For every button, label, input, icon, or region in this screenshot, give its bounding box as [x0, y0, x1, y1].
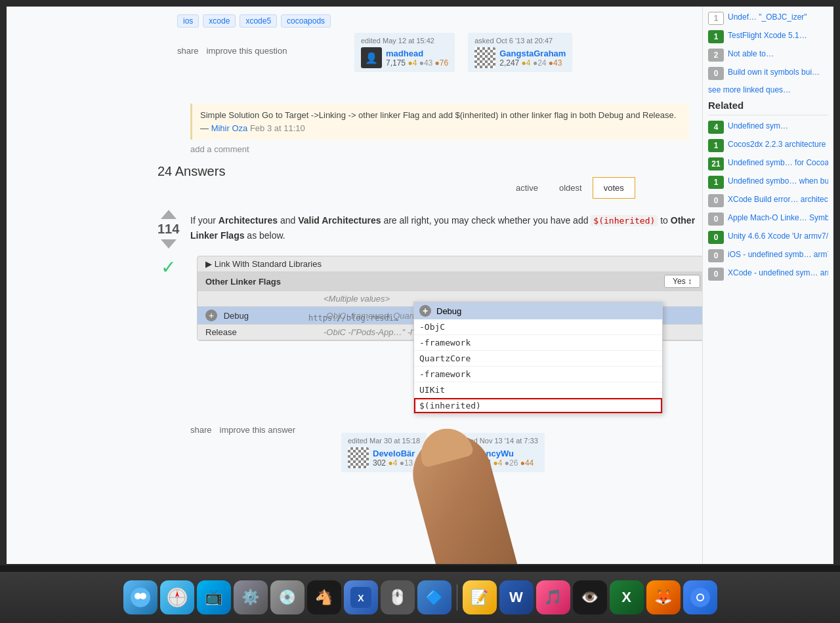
related-badge-9: 0	[708, 268, 724, 281]
flag-framework1[interactable]: -framework	[414, 335, 662, 351]
bronze-badge2: ●43	[549, 58, 562, 68]
edited-user-avatar: 👤	[361, 47, 382, 68]
dock-firefox[interactable]: 🦊	[646, 580, 681, 614]
related-item-6: 0 Apple Mach-O Linke… Symbols for archit…	[708, 212, 828, 226]
sort-oldest-tab[interactable]: oldest	[549, 177, 593, 199]
improve-question-link[interactable]: improve this question	[207, 46, 287, 56]
dock-mouse[interactable]: 🖱️	[381, 580, 415, 614]
comment-timestamp: Feb 3 at 11:10	[250, 123, 305, 133]
gold-badge2: ●4	[522, 58, 531, 68]
related-link-8[interactable]: iOS - undefined symb… arm7, arm64	[728, 249, 828, 260]
yes-stepper[interactable]: Yes ↕	[664, 275, 700, 288]
flag-inherited[interactable]: $(inherited)	[414, 398, 662, 413]
svg-point-2	[140, 593, 146, 599]
add-comment-link[interactable]: add a comment	[190, 144, 249, 154]
tag-xcode5[interactable]: xcode5	[240, 14, 277, 28]
bronze-badge: ●76	[435, 58, 449, 68]
asked-timestamp: asked Oct 6 '13 at 20:47	[474, 37, 566, 45]
related-badge-5: 0	[708, 194, 724, 207]
dock-teamviewer[interactable]: 📺	[197, 580, 231, 614]
finger-hand-overlay	[427, 433, 545, 564]
related-badge-6: 0	[708, 212, 724, 226]
dock-disk-utility[interactable]: 💿	[270, 580, 304, 614]
dock-safari[interactable]	[160, 580, 194, 614]
answer-edited-user-info: DeveloBär 302 ●4 ●13	[348, 447, 420, 468]
add-flag-button[interactable]: +	[419, 305, 431, 317]
asked-user-rep: 2,247 ●4 ●24 ●43	[499, 58, 566, 68]
dock-xcode[interactable]: X	[344, 580, 378, 614]
vote-badge-2: 1	[708, 30, 724, 43]
sidebar-linked-item-1: 1 Undef… "_OBJC_izer"	[708, 12, 828, 25]
other-linker-flags-row[interactable]: Other Linker Flags Yes ↕	[198, 272, 708, 291]
related-link-6[interactable]: Apple Mach-O Linke… Symbols for archite…	[728, 212, 828, 224]
sidebar-link-3[interactable]: Not able to…	[728, 49, 828, 60]
release-label: Release	[205, 327, 324, 337]
flag-quartzcore[interactable]: QuartzCore	[414, 351, 662, 367]
link-libraries-label: ▶ Link With Standard Libraries	[205, 259, 324, 269]
related-item-9: 0 XCode - undefined sym… armv7 arm64	[708, 268, 828, 281]
dock-dev-tool[interactable]: 🔷	[417, 580, 452, 614]
asked-by-card: asked Oct 6 '13 at 20:47 GangstaGraham 2…	[468, 33, 572, 72]
flag-framework2[interactable]: -framework	[414, 367, 662, 382]
dock-horse-app[interactable]: 🐴	[307, 580, 341, 614]
related-link-1[interactable]: Undefined sym…	[728, 121, 828, 132]
sidebar-link-2[interactable]: TestFlight Xcode 5.1…	[728, 30, 828, 41]
sort-votes-tab[interactable]: votes	[593, 177, 635, 199]
sidebar-link-1[interactable]: Undef… "_OBJC_izer"	[728, 12, 828, 23]
flag-objc[interactable]: -ObjC	[414, 319, 662, 335]
tag-xcode[interactable]: xcode	[203, 14, 236, 28]
dock-chrome[interactable]	[683, 580, 717, 614]
flags-debug-label: Debug	[436, 306, 461, 316]
vote-badge-4: 0	[708, 67, 724, 80]
answer-edited-name[interactable]: DeveloBär	[373, 449, 415, 458]
comment-author[interactable]: Mihir Oza	[211, 123, 248, 133]
related-link-4[interactable]: Undefined symbo… when building for…	[728, 176, 828, 187]
dock-system-prefs[interactable]: ⚙️	[234, 580, 268, 614]
answers-heading: 24 Answers	[158, 164, 225, 179]
improve-answer-link[interactable]: improve this answer	[220, 425, 296, 435]
svg-point-12	[698, 595, 703, 600]
share-question-link[interactable]: share	[177, 46, 199, 56]
asked-user-details: GangstaGraham 2,247 ●4 ●24 ●43	[499, 49, 566, 68]
debug-label: + Debug	[205, 310, 324, 321]
dock-itunes[interactable]: 🎵	[536, 580, 570, 614]
flags-dropdown: + Debug -ObjC -framework QuartzCore -fra…	[413, 302, 663, 414]
edited-user-name[interactable]: madhead	[386, 49, 448, 58]
vote-down-button[interactable]	[161, 239, 177, 249]
dock-separator	[457, 584, 457, 611]
dock-word[interactable]: W	[499, 580, 534, 614]
answer-edited-rep: 302 ●4 ●13	[373, 458, 415, 468]
dock-finder[interactable]	[123, 580, 158, 614]
tag-cocoapods[interactable]: cocoapods	[281, 14, 331, 28]
related-item-2: 1 Cocos2dx 2.2.3 architecture arm… WebPI…	[708, 139, 828, 152]
comment-block: Simple Solution Go to Target ->Linking -…	[190, 104, 689, 140]
dock-notes[interactable]: 📝	[463, 580, 497, 614]
gold-badge: ●4	[408, 58, 417, 68]
tags-area: ios xcode xcode5 cocoapods	[177, 7, 331, 35]
related-item-4: 1 Undefined symbo… when building for…	[708, 176, 828, 189]
dock-eyetunes[interactable]: 👁️	[573, 580, 607, 614]
share-answer-link[interactable]: share	[190, 425, 212, 435]
asked-user-name[interactable]: GangstaGraham	[499, 49, 566, 58]
related-link-3[interactable]: Undefined symb… for Cocoapods li…	[728, 157, 828, 169]
see-more-linked-link[interactable]: see more linked ques…	[708, 85, 828, 94]
tag-ios[interactable]: ios	[177, 14, 199, 28]
dock-excel[interactable]: X	[610, 580, 644, 614]
sort-active-tab[interactable]: active	[505, 177, 549, 199]
edited-timestamp: edited May 12 at 15:42	[361, 37, 448, 45]
silver-badge2: ●24	[533, 58, 547, 68]
sidebar-linked-item-4: 0 Build own it symbols bui…	[708, 67, 828, 80]
related-link-5[interactable]: XCode Build error… architecture arm64 "_…	[728, 194, 828, 205]
svg-text:X: X	[358, 593, 364, 603]
related-link-9[interactable]: XCode - undefined sym… armv7 arm64	[728, 268, 828, 279]
sidebar-link-4[interactable]: Build own it symbols bui…	[728, 67, 828, 78]
vote-up-button[interactable]	[161, 210, 177, 219]
related-link-2[interactable]: Cocos2dx 2.2.3 architecture arm… WebPIni…	[728, 139, 828, 150]
comment-text: Simple Solution Go to Target ->Linking -…	[200, 110, 676, 120]
user-cards-area: edited May 12 at 15:42 👤 madhead 7,175 ●…	[354, 33, 572, 72]
answer-body: If your Architectures and Valid Architec…	[190, 213, 702, 243]
related-link-7[interactable]: Unity 4.6.6 Xcode 'Ur armv7/arm64 archit…	[728, 231, 828, 242]
flag-uikit[interactable]: UIKit	[414, 382, 662, 398]
finger-shape	[404, 426, 528, 564]
accepted-checkmark: ✓	[161, 256, 176, 278]
